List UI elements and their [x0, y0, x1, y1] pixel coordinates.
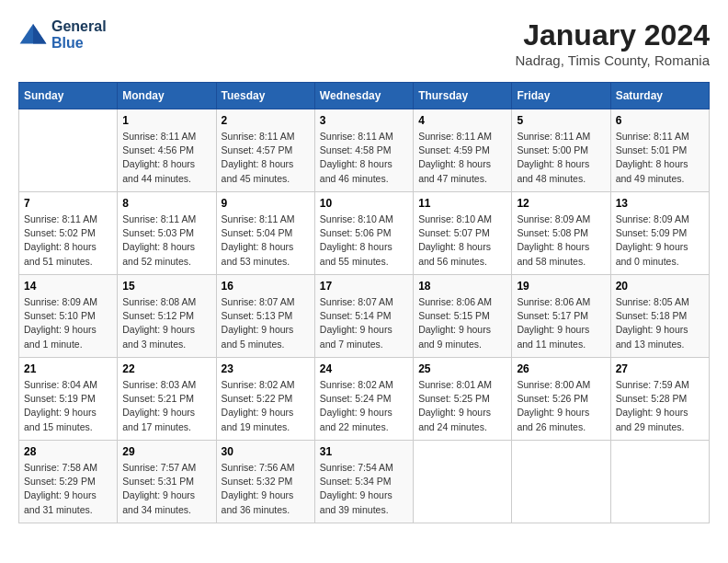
day-number: 18 — [418, 280, 506, 293]
day-info: Sunrise: 8:07 AMSunset: 5:13 PMDaylight:… — [222, 295, 310, 351]
day-number: 26 — [517, 362, 605, 375]
calendar-cell: 6Sunrise: 8:11 AMSunset: 5:01 PMDaylight… — [610, 109, 709, 192]
logo-text: General Blue — [51, 18, 107, 51]
day-info: Sunrise: 8:03 AMSunset: 5:21 PMDaylight:… — [122, 378, 210, 434]
calendar-cell: 5Sunrise: 8:11 AMSunset: 5:00 PMDaylight… — [512, 109, 610, 192]
title-block: January 2024 Nadrag, Timis County, Roman… — [516, 18, 710, 68]
calendar-cell: 4Sunrise: 8:11 AMSunset: 4:59 PMDaylight… — [414, 109, 512, 192]
calendar-cell: 11Sunrise: 8:10 AMSunset: 5:07 PMDayligh… — [414, 192, 512, 275]
calendar-cell: 25Sunrise: 8:01 AMSunset: 5:25 PMDayligh… — [414, 358, 512, 441]
day-info: Sunrise: 8:04 AMSunset: 5:19 PMDaylight:… — [24, 378, 112, 434]
calendar-cell: 15Sunrise: 8:08 AMSunset: 5:12 PMDayligh… — [118, 275, 216, 358]
day-number: 1 — [122, 114, 210, 127]
day-number: 28 — [24, 445, 112, 458]
calendar-cell — [512, 441, 610, 523]
svg-marker-1 — [33, 24, 46, 44]
calendar-cell: 24Sunrise: 8:02 AMSunset: 5:24 PMDayligh… — [314, 358, 413, 441]
day-info: Sunrise: 8:11 AMSunset: 5:04 PMDaylight:… — [222, 213, 310, 269]
day-info: Sunrise: 8:11 AMSunset: 4:58 PMDaylight:… — [320, 130, 408, 186]
day-info: Sunrise: 8:10 AMSunset: 5:06 PMDaylight:… — [320, 213, 408, 269]
day-number: 6 — [616, 114, 704, 127]
weekday-header: Wednesday — [314, 83, 413, 109]
month-title: January 2024 — [516, 18, 710, 52]
day-number: 11 — [418, 197, 506, 210]
weekday-header: Thursday — [414, 83, 512, 109]
day-number: 10 — [320, 197, 408, 210]
day-number: 8 — [122, 197, 210, 210]
day-number: 20 — [616, 280, 704, 293]
calendar-cell: 14Sunrise: 8:09 AMSunset: 5:10 PMDayligh… — [19, 275, 118, 358]
calendar-cell: 13Sunrise: 8:09 AMSunset: 5:09 PMDayligh… — [610, 192, 709, 275]
day-number: 7 — [24, 197, 112, 210]
calendar-cell: 2Sunrise: 8:11 AMSunset: 4:57 PMDaylight… — [216, 109, 314, 192]
logo-icon — [18, 20, 48, 50]
calendar-week-row: 1Sunrise: 8:11 AMSunset: 4:56 PMDaylight… — [19, 109, 710, 192]
day-info: Sunrise: 8:09 AMSunset: 5:08 PMDaylight:… — [517, 213, 605, 269]
calendar-cell: 29Sunrise: 7:57 AMSunset: 5:31 PMDayligh… — [118, 441, 216, 523]
day-info: Sunrise: 8:02 AMSunset: 5:22 PMDaylight:… — [222, 378, 310, 434]
calendar-cell: 31Sunrise: 7:54 AMSunset: 5:34 PMDayligh… — [314, 441, 413, 523]
day-number: 3 — [320, 114, 408, 127]
day-number: 19 — [517, 280, 605, 293]
day-number: 21 — [24, 362, 112, 375]
calendar-week-row: 21Sunrise: 8:04 AMSunset: 5:19 PMDayligh… — [19, 358, 710, 441]
calendar-table: SundayMondayTuesdayWednesdayThursdayFrid… — [18, 82, 710, 523]
day-info: Sunrise: 8:06 AMSunset: 5:17 PMDaylight:… — [517, 295, 605, 351]
calendar-cell: 30Sunrise: 7:56 AMSunset: 5:32 PMDayligh… — [216, 441, 314, 523]
calendar-cell — [19, 109, 118, 192]
day-number: 2 — [222, 114, 310, 127]
day-info: Sunrise: 8:06 AMSunset: 5:15 PMDaylight:… — [418, 295, 506, 351]
day-number: 5 — [517, 114, 605, 127]
day-info: Sunrise: 8:05 AMSunset: 5:18 PMDaylight:… — [616, 295, 704, 351]
day-info: Sunrise: 8:08 AMSunset: 5:12 PMDaylight:… — [122, 295, 210, 351]
day-number: 14 — [24, 280, 112, 293]
page-header: General Blue January 2024 Nadrag, Timis … — [18, 18, 710, 68]
weekday-header: Sunday — [19, 83, 118, 109]
day-info: Sunrise: 7:57 AMSunset: 5:31 PMDaylight:… — [122, 461, 210, 517]
day-info: Sunrise: 8:11 AMSunset: 5:03 PMDaylight:… — [122, 213, 210, 269]
day-number: 25 — [418, 362, 506, 375]
weekday-header: Saturday — [610, 83, 709, 109]
calendar-cell: 10Sunrise: 8:10 AMSunset: 5:06 PMDayligh… — [314, 192, 413, 275]
calendar-cell — [610, 441, 709, 523]
calendar-cell: 19Sunrise: 8:06 AMSunset: 5:17 PMDayligh… — [512, 275, 610, 358]
day-info: Sunrise: 8:11 AMSunset: 5:02 PMDaylight:… — [24, 213, 112, 269]
calendar-cell: 7Sunrise: 8:11 AMSunset: 5:02 PMDaylight… — [19, 192, 118, 275]
day-info: Sunrise: 8:01 AMSunset: 5:25 PMDaylight:… — [418, 378, 506, 434]
calendar-cell: 12Sunrise: 8:09 AMSunset: 5:08 PMDayligh… — [512, 192, 610, 275]
day-info: Sunrise: 8:10 AMSunset: 5:07 PMDaylight:… — [418, 213, 506, 269]
calendar-cell: 3Sunrise: 8:11 AMSunset: 4:58 PMDaylight… — [314, 109, 413, 192]
day-info: Sunrise: 8:11 AMSunset: 5:00 PMDaylight:… — [517, 130, 605, 186]
day-number: 23 — [222, 362, 310, 375]
calendar-cell: 26Sunrise: 8:00 AMSunset: 5:26 PMDayligh… — [512, 358, 610, 441]
day-info: Sunrise: 7:59 AMSunset: 5:28 PMDaylight:… — [616, 378, 704, 434]
calendar-week-row: 28Sunrise: 7:58 AMSunset: 5:29 PMDayligh… — [19, 441, 710, 523]
calendar-cell: 1Sunrise: 8:11 AMSunset: 4:56 PMDaylight… — [118, 109, 216, 192]
calendar-cell: 17Sunrise: 8:07 AMSunset: 5:14 PMDayligh… — [314, 275, 413, 358]
day-number: 13 — [616, 197, 704, 210]
day-number: 29 — [122, 445, 210, 458]
weekday-header: Monday — [118, 83, 216, 109]
weekday-header: Tuesday — [216, 83, 314, 109]
day-info: Sunrise: 8:00 AMSunset: 5:26 PMDaylight:… — [517, 378, 605, 434]
day-info: Sunrise: 7:54 AMSunset: 5:34 PMDaylight:… — [320, 461, 408, 517]
day-number: 24 — [320, 362, 408, 375]
header-row: SundayMondayTuesdayWednesdayThursdayFrid… — [19, 83, 710, 109]
day-info: Sunrise: 7:58 AMSunset: 5:29 PMDaylight:… — [24, 461, 112, 517]
calendar-cell: 28Sunrise: 7:58 AMSunset: 5:29 PMDayligh… — [19, 441, 118, 523]
calendar-cell: 22Sunrise: 8:03 AMSunset: 5:21 PMDayligh… — [118, 358, 216, 441]
day-info: Sunrise: 8:11 AMSunset: 5:01 PMDaylight:… — [616, 130, 704, 186]
day-number: 22 — [122, 362, 210, 375]
day-number: 17 — [320, 280, 408, 293]
calendar-cell: 18Sunrise: 8:06 AMSunset: 5:15 PMDayligh… — [414, 275, 512, 358]
calendar-week-row: 14Sunrise: 8:09 AMSunset: 5:10 PMDayligh… — [19, 275, 710, 358]
day-info: Sunrise: 8:07 AMSunset: 5:14 PMDaylight:… — [320, 295, 408, 351]
day-number: 4 — [418, 114, 506, 127]
calendar-cell: 16Sunrise: 8:07 AMSunset: 5:13 PMDayligh… — [216, 275, 314, 358]
location-title: Nadrag, Timis County, Romania — [516, 52, 710, 68]
day-info: Sunrise: 8:09 AMSunset: 5:10 PMDaylight:… — [24, 295, 112, 351]
day-number: 15 — [122, 280, 210, 293]
logo: General Blue — [18, 18, 107, 51]
calendar-cell: 9Sunrise: 8:11 AMSunset: 5:04 PMDaylight… — [216, 192, 314, 275]
calendar-cell: 21Sunrise: 8:04 AMSunset: 5:19 PMDayligh… — [19, 358, 118, 441]
